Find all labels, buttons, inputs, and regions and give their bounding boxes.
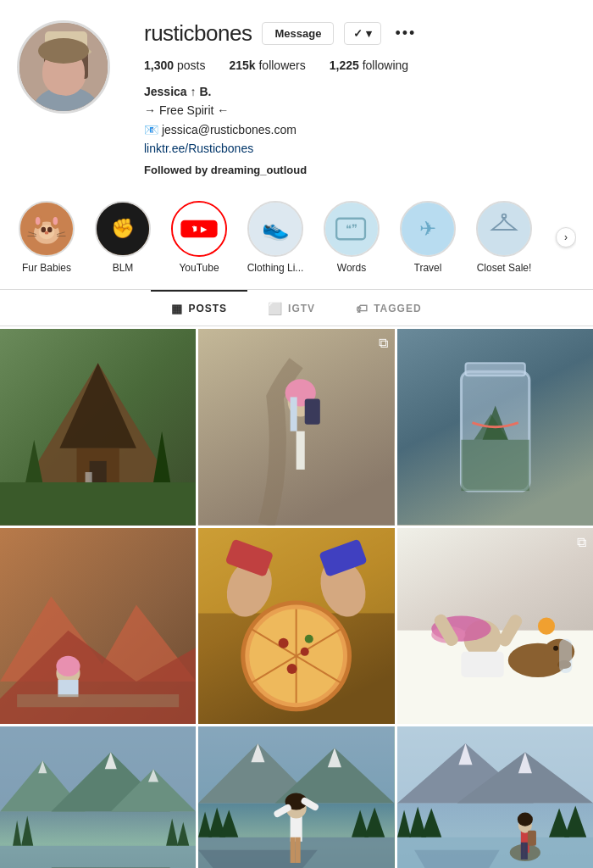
highlight-item-words[interactable]: ❝❞ Words	[322, 201, 381, 274]
highlight-label-words: Words	[337, 262, 366, 274]
profile-info: rusticbones Message ✓ ▾ ••• 1,300 posts …	[144, 20, 576, 179]
following-count: 1,225	[330, 58, 359, 72]
svg-rect-6	[81, 55, 88, 79]
svg-rect-163	[528, 831, 536, 846]
followed-by-user[interactable]: dreaming_outloud	[211, 164, 307, 176]
tab-igtv[interactable]: ⬜ IGTV	[247, 290, 335, 326]
svg-point-85	[287, 664, 297, 674]
svg-point-83	[279, 637, 289, 648]
svg-rect-160	[524, 843, 528, 860]
message-button[interactable]: Message	[262, 22, 334, 45]
table-row[interactable]	[397, 329, 593, 525]
highlight-circle-youtube: You	[171, 201, 227, 257]
bio-name: Jessica ↑ B.	[144, 82, 576, 101]
svg-rect-59	[296, 431, 305, 470]
email-text: jessica@rusticbones.com	[162, 123, 296, 136]
tab-tagged-label: TAGGED	[374, 303, 421, 314]
igtv-icon: ⬜	[268, 302, 283, 315]
followers-stat[interactable]: 215k followers	[229, 58, 305, 72]
table-row[interactable]	[397, 726, 593, 868]
photo-grid: ⧉	[0, 326, 593, 868]
highlight-circle-blm: ✊	[95, 201, 151, 257]
multi-photo-icon: ⧉	[379, 336, 388, 351]
svg-point-17	[53, 217, 58, 225]
highlight-item-fur-babies[interactable]: Fur Babies	[17, 201, 76, 274]
tabs-section: ▦ POSTS ⬜ IGTV 🏷 TAGGED	[0, 290, 593, 326]
posts-count: 1,300	[144, 58, 174, 72]
bio-link[interactable]: linktr.ee/Rusticbones	[144, 142, 253, 155]
svg-point-16	[36, 217, 41, 225]
follow-check-icon: ✓	[353, 27, 363, 40]
highlight-label-travel: Travel	[414, 262, 442, 274]
svg-rect-103	[559, 638, 572, 672]
highlight-label-youtube: YouTube	[179, 262, 219, 274]
posts-stat: 1,300 posts	[144, 58, 205, 72]
bio-line1: → Free Spirit ←	[144, 101, 576, 120]
svg-rect-5	[44, 55, 51, 81]
multi-photo-icon: ⧉	[577, 535, 586, 550]
highlight-circle-fur-babies	[19, 201, 75, 257]
highlight-item-travel[interactable]: ✈ Travel	[398, 201, 457, 274]
followers-label: followers	[258, 58, 305, 72]
highlights-section: Fur Babies ✊ BLM You	[0, 192, 593, 290]
stats-row: 1,300 posts 215k followers 1,225 followi…	[144, 58, 576, 72]
follow-dropdown-icon: ▾	[366, 27, 372, 40]
highlight-label-fur-babies: Fur Babies	[22, 262, 71, 274]
highlights-scroll-button[interactable]: ›	[556, 227, 576, 248]
follow-button[interactable]: ✓ ▾	[344, 22, 381, 45]
table-row[interactable]	[198, 528, 394, 724]
more-options-button[interactable]: •••	[391, 25, 419, 42]
followers-count: 215k	[229, 58, 255, 72]
highlight-circle-clothing: 👟	[247, 201, 303, 257]
tab-igtv-label: IGTV	[288, 303, 315, 314]
svg-point-4	[44, 38, 88, 72]
svg-rect-58	[291, 398, 297, 431]
table-row[interactable]: ⧉	[397, 528, 593, 724]
svg-rect-71	[58, 680, 78, 697]
highlight-circle-travel: ✈	[400, 201, 456, 257]
avatar-wrapper	[17, 20, 110, 114]
posts-icon: ▦	[171, 302, 183, 315]
highlight-item-youtube[interactable]: You YouTube	[169, 201, 229, 274]
tagged-icon: 🏷	[356, 302, 369, 315]
svg-rect-63	[465, 364, 524, 376]
table-row[interactable]	[0, 726, 196, 868]
highlight-circle-words: ❝❞	[324, 201, 380, 257]
profile-top-row: rusticbones Message ✓ ▾ •••	[144, 20, 576, 47]
svg-rect-139	[296, 837, 301, 863]
svg-point-104	[538, 617, 555, 634]
bio-section: Jessica ↑ B. → Free Spirit ← 📧 jessica@r…	[144, 82, 576, 179]
table-row[interactable]	[198, 726, 394, 868]
table-row[interactable]: ⧉	[198, 329, 394, 525]
tab-tagged[interactable]: 🏷 TAGGED	[335, 290, 441, 326]
table-row[interactable]	[0, 329, 196, 525]
svg-text:👟: 👟	[262, 215, 290, 242]
svg-point-72	[56, 656, 80, 676]
tab-posts[interactable]: ▦ POSTS	[151, 290, 247, 326]
highlight-label-closet: Closet Sale!	[477, 262, 532, 274]
svg-rect-2	[60, 81, 72, 94]
svg-text:✊: ✊	[111, 217, 136, 240]
svg-rect-138	[291, 837, 296, 863]
svg-point-86	[305, 634, 313, 643]
highlight-item-clothing[interactable]: 👟 Clothing Li...	[246, 201, 305, 274]
svg-marker-151	[414, 850, 500, 868]
svg-rect-8	[45, 31, 87, 53]
svg-rect-60	[305, 399, 320, 425]
svg-rect-73	[17, 694, 179, 707]
table-row[interactable]	[0, 528, 196, 724]
highlight-item-blm[interactable]: ✊ BLM	[93, 201, 152, 274]
svg-point-20	[47, 227, 53, 233]
following-label: following	[363, 58, 408, 72]
followed-by-prefix: Followed by	[144, 164, 208, 176]
bio-email: 📧 jessica@rusticbones.com	[144, 120, 576, 139]
svg-point-9	[57, 68, 62, 74]
svg-point-101	[553, 645, 558, 650]
svg-point-3	[46, 48, 86, 96]
username: rusticbones	[144, 20, 252, 47]
highlight-item-closet[interactable]: Closet Sale!	[474, 201, 534, 274]
posts-label: posts	[177, 58, 205, 72]
highlight-label-blm: BLM	[113, 262, 134, 274]
svg-point-10	[70, 68, 75, 74]
following-stat[interactable]: 1,225 following	[330, 58, 408, 72]
